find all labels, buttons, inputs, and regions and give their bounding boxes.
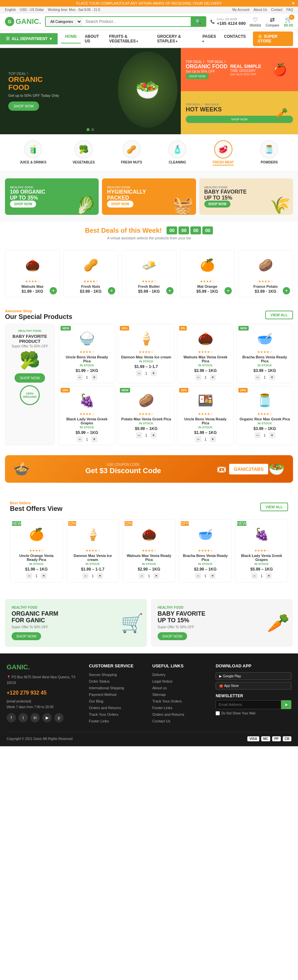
deal-product-potato[interactable]: 🥔 ★★★★☆ France Potato $3.99 - 1KG +	[238, 250, 293, 298]
nav-item-home[interactable]: HOME	[61, 30, 81, 48]
category-powders[interactable]: 🫙 POWDERS	[260, 140, 278, 165]
prod-4-qty-minus[interactable]: −	[255, 374, 261, 380]
walnuts-add-to-cart[interactable]: +	[50, 287, 57, 294]
prod-4-qty-plus[interactable]: +	[269, 374, 275, 380]
prod-2-qty-plus[interactable]: +	[151, 370, 157, 376]
side-top-shop-button[interactable]: SHOP NOW	[186, 73, 209, 79]
google-play-button[interactable]: ▶ Google Play	[216, 672, 292, 680]
offer-1-qty-plus[interactable]: +	[41, 573, 47, 579]
footer-cs-link-7[interactable]: Track Your Orders	[89, 712, 146, 717]
footer-ul-link-3[interactable]: About us	[152, 686, 209, 690]
close-icon[interactable]: ✕	[292, 1, 295, 6]
pinterest-icon[interactable]: p	[54, 713, 63, 722]
deal-product-butter[interactable]: 🧈 ★★★★☆ Fresh Butter $5.99 - 1KG +	[122, 250, 176, 298]
newsletter-submit-button[interactable]: ➤	[281, 700, 292, 709]
category-dropdown[interactable]: All Categories	[46, 17, 82, 26]
nav-link-grocery[interactable]: GROCERY & STAPLES	[153, 30, 198, 48]
search-button[interactable]: 🔍	[191, 17, 206, 26]
prod-8-qty-minus[interactable]: −	[255, 432, 261, 438]
app-store-button[interactable]: 🍎 App Store	[216, 682, 292, 690]
prod-3-qty-minus[interactable]: −	[195, 374, 201, 380]
my-account-link[interactable]: My Account	[233, 8, 250, 12]
deal-product-orange[interactable]: 🍊 ★★★★☆ Mat Orange $5.99 - 1KG +	[180, 250, 235, 298]
prod-6-qty-plus[interactable]: +	[151, 432, 157, 438]
offer-product-3[interactable]: 20% 🌰 ★★★★☆ Walnuts Max Venia Ready Pica…	[122, 519, 176, 582]
footer-ul-link-1[interactable]: Delivery	[152, 672, 209, 677]
offer-product-5[interactable]: NEW 🍇 ★★★★☆ Black Lady Venia Greek Grape…	[235, 519, 288, 582]
footer-ul-link-6[interactable]: Footer Links	[152, 705, 209, 710]
facebook-icon[interactable]: f	[6, 713, 16, 722]
best-offers-view-all-button[interactable]: VIEW ALL	[260, 503, 288, 511]
twitter-icon[interactable]: t	[19, 713, 28, 722]
category-vegetables[interactable]: 🥦 VEGETABLES	[73, 140, 95, 165]
category-juice[interactable]: 🧃 JUICE & DRINKS	[20, 140, 47, 165]
newsletter-email-input[interactable]	[216, 700, 281, 709]
super-store-button[interactable]: ⭐ SUPER STORE	[253, 32, 293, 46]
special-product-1[interactable]: NEW 🍚 ★★★★☆ Uncle Bens Venia Ready Pica …	[59, 324, 115, 383]
offer-5-qty-plus[interactable]: +	[266, 573, 272, 579]
special-product-5[interactable]: 10% 🍇 ★★★★☆ Black Lady Venia Greek Grape…	[59, 386, 115, 445]
footer-cs-link-2[interactable]: Order Status	[89, 679, 146, 684]
prod-3-qty-plus[interactable]: +	[210, 374, 216, 380]
coupon-code[interactable]: GANIC2TABS	[229, 464, 268, 474]
footer-logo[interactable]: GANIC.	[6, 663, 82, 671]
potato-add-to-cart[interactable]: +	[283, 287, 290, 294]
nav-link-fruits[interactable]: FRUITS & VEGETABLES	[105, 30, 153, 48]
footer-cs-link-4[interactable]: Payment Method	[89, 692, 146, 697]
offer-3-qty-minus[interactable]: −	[139, 573, 145, 579]
offer-5-qty-minus[interactable]: −	[251, 573, 257, 579]
offer-4-qty-plus[interactable]: +	[209, 573, 216, 579]
footer-email[interactable]: [email protected]	[6, 698, 82, 704]
footer-cs-link-8[interactable]: Footer Links	[89, 719, 146, 723]
deal-product-fresh-nuts[interactable]: 🥜 ★★★★☆ Fresh Nuts $3.99 - 1KG +	[63, 250, 118, 298]
logo[interactable]: G GANIC.	[5, 17, 41, 26]
nav-link-pages[interactable]: PAGES	[198, 30, 220, 48]
wishlist-icon-item[interactable]: ♡ Wishlist	[250, 16, 261, 27]
footer-cs-link-6[interactable]: Orders and Returns	[89, 705, 146, 710]
footer-cs-link-1[interactable]: Secure Shopping	[89, 672, 146, 677]
offer-product-2[interactable]: 10% 🍦 ★★★★☆ Dannon Max Venia Ice cream I…	[66, 519, 119, 582]
footer-phone[interactable]: +120 279 932 45	[6, 688, 82, 697]
prod-7-qty-minus[interactable]: −	[195, 436, 201, 442]
search-input[interactable]	[82, 17, 191, 26]
special-product-6[interactable]: NEW 🥔 ★★★★☆ Potato Max Venia Greek Pica …	[118, 386, 174, 445]
offer-2-qty-minus[interactable]: −	[82, 573, 89, 579]
currency-selector[interactable]: USD - US Dollar	[20, 8, 44, 12]
nav-item-contacts[interactable]: CONTACTS	[220, 30, 250, 48]
prod-2-qty-minus[interactable]: −	[136, 370, 142, 376]
promo-organic-shop-button[interactable]: SHOP NOW	[10, 200, 36, 208]
special-product-8[interactable]: 10% 🫙 ★★★★☆ Organic Rice Max Greek Pica …	[236, 386, 293, 445]
nav-link-home[interactable]: HOME	[61, 30, 81, 43]
nav-item-fruits[interactable]: FRUITS & VEGETABLES	[105, 30, 153, 48]
nav-item-pages[interactable]: PAGES	[198, 30, 220, 48]
newsletter-checkbox[interactable]	[216, 711, 220, 716]
footer-ul-link-4[interactable]: Sitemap	[152, 692, 209, 697]
footer-ul-link-5[interactable]: Track Your Orders	[152, 699, 209, 703]
prod-5-qty-plus[interactable]: +	[91, 436, 97, 442]
offer-product-1[interactable]: NEW 🍊 ★★★★☆ Uncle Orange Venia Ready Pic…	[10, 519, 63, 582]
special-view-all-button[interactable]: VIEW ALL	[265, 311, 293, 319]
butter-add-to-cart[interactable]: +	[166, 287, 173, 294]
footer-ul-link-8[interactable]: Contact Us	[152, 719, 209, 723]
nav-link-about[interactable]: ABOUT US	[81, 30, 105, 48]
category-cleaning[interactable]: 🧴 CLEANING	[168, 140, 186, 165]
offer-1-qty-minus[interactable]: −	[26, 573, 32, 579]
promo-baby-shop-button[interactable]: SHOP NOW	[204, 200, 230, 208]
prod-1-qty-minus[interactable]: −	[77, 374, 83, 380]
compare-icon-item[interactable]: ⇄ Compare	[266, 16, 279, 27]
offer-product-4[interactable]: OFF 🥣 ★★★★☆ Bracha Bens Venia Ready Pica…	[179, 519, 232, 582]
prod-1-qty-plus[interactable]: +	[91, 374, 97, 380]
special-product-4[interactable]: NEW 🥣 ★★★★☆ Bracha Bens Venia Ready Pica…	[236, 324, 293, 383]
hero-shop-now-button[interactable]: SHOP NOW	[8, 102, 39, 111]
special-product-7[interactable]: 10% 🍱 ★★★★☆ Uncle Bens Venia Ready Pica …	[177, 386, 234, 445]
about-us-link[interactable]: About Us	[253, 8, 267, 12]
faq-link[interactable]: FAQ	[287, 8, 293, 12]
fresh-nuts-add-to-cart[interactable]: +	[108, 287, 115, 294]
footer-cs-link-3[interactable]: International Shipping	[89, 686, 146, 690]
hero-dot-2[interactable]	[91, 128, 94, 131]
orange-add-to-cart[interactable]: +	[225, 287, 232, 294]
all-departments-button[interactable]: ☰ ALL DEPARTMENT ▾	[0, 33, 58, 45]
offer-4-qty-minus[interactable]: −	[195, 573, 201, 579]
linkedin-icon[interactable]: in	[30, 713, 40, 722]
prod-7-qty-plus[interactable]: +	[210, 436, 216, 442]
